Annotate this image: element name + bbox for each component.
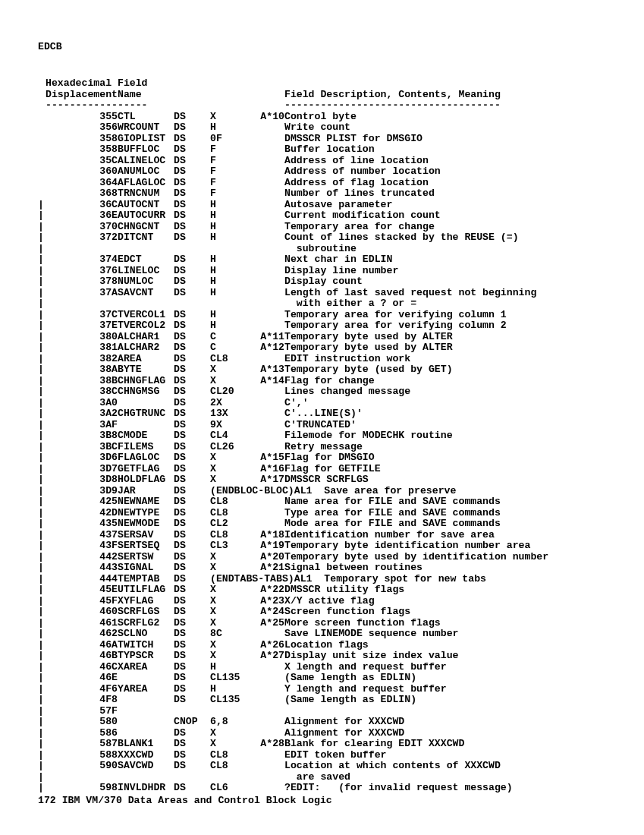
change-bar <box>38 166 46 178</box>
table-row: |374EDCTDSHNext char in EDLIN <box>38 254 548 266</box>
displacement: 36C <box>46 200 118 211</box>
table-row: |380ALCHAR1DSCA*11Temporary byte used by… <box>38 332 548 343</box>
field-name: SCRFLG2 <box>118 618 174 629</box>
note-ref <box>251 222 284 233</box>
field-name: JAR <box>118 486 174 497</box>
opcode: DS <box>174 320 210 332</box>
table-row: |4F8DSCL135(Same length as EDLIN) <box>38 695 548 706</box>
displacement: 382 <box>46 354 118 365</box>
table-row: 355CTLDSXA*10Control byte <box>38 112 548 123</box>
note-ref: A*27 <box>251 651 284 662</box>
description: Location flags <box>284 640 548 651</box>
type: F <box>210 188 251 200</box>
type: CL8 <box>210 354 251 365</box>
note-ref <box>251 496 284 508</box>
field-name: BLANK1 <box>118 739 174 750</box>
field-name: HOLDFLAG <box>118 474 174 486</box>
description: Lines changed message <box>284 386 548 398</box>
change-bar: | <box>38 232 46 244</box>
change-bar <box>38 156 46 167</box>
sep-disp: ------------ <box>46 100 118 112</box>
type: H <box>210 254 251 266</box>
description: Write count <box>284 122 548 134</box>
note-ref <box>251 442 284 453</box>
field-name: CHGTRUNC <box>118 408 174 420</box>
change-bar <box>38 144 46 156</box>
displacement: 3AF <box>46 420 118 431</box>
table-row: |43FSERTSEQDSCL3A*19Temporary byte ident… <box>38 540 548 552</box>
change-bar <box>38 178 46 189</box>
type: CL6 <box>210 783 251 794</box>
displacement: 435 <box>46 518 118 530</box>
table-row: |45EUTILFLAGDSXA*22DMSSCR utility flags <box>38 584 548 596</box>
opcode: DS <box>174 486 210 497</box>
displacement: 3BC <box>46 442 118 453</box>
opcode: DS <box>174 342 210 354</box>
opcode: DS <box>174 386 210 398</box>
field-name <box>118 298 174 310</box>
note-ref: A*17 <box>251 474 284 486</box>
type: CL135 <box>210 695 251 706</box>
table-row: |37CTVERCOL1DSHTemporary area for verify… <box>38 310 548 321</box>
description: Temporary byte used by ALTER <box>284 332 548 343</box>
note-ref: A*23 <box>251 596 284 607</box>
change-bar: | <box>38 210 46 222</box>
change-bar: | <box>38 508 46 519</box>
table-row: |38CCHNGMSGDSCL20Lines changed message <box>38 386 548 398</box>
field-name <box>118 398 174 409</box>
displacement: 580 <box>46 717 118 728</box>
field-name: TWITCH <box>118 640 174 651</box>
table-row: |444TEMPTABDS(ENDTABS-TABS)AL1 Temporary… <box>38 574 548 585</box>
displacement: 444 <box>46 574 118 585</box>
change-bar: | <box>38 684 46 695</box>
displacement: 372 <box>46 232 118 244</box>
field-name: DITCNT <box>118 232 174 244</box>
field-name: AREA <box>118 354 174 365</box>
description: C',' <box>284 398 548 409</box>
type: X <box>210 376 251 387</box>
field-name <box>118 420 174 431</box>
type <box>210 772 251 783</box>
table-row: |37ASAVCNTDSHLength of last saved reques… <box>38 288 548 299</box>
type: H <box>210 662 251 673</box>
change-bar: | <box>38 420 46 431</box>
field-name: AUTOCURR <box>118 210 174 222</box>
displacement: 462 <box>46 629 118 640</box>
table-row: |370CHNGCNTDSHTemporary area for change <box>38 222 548 233</box>
note-ref <box>251 210 284 222</box>
note-ref <box>251 662 284 673</box>
description: Temporary area for change <box>284 222 548 233</box>
displacement: 57F <box>46 706 118 717</box>
description: EDIT instruction work <box>284 354 548 365</box>
displacement: 3D7 <box>46 464 118 475</box>
type: X <box>210 474 251 486</box>
displacement: 381 <box>46 342 118 354</box>
field-name: LINELOC <box>118 266 174 277</box>
field-name: SAVCNT <box>118 288 174 299</box>
type: X <box>210 651 251 662</box>
field-name: GETFLAG <box>118 464 174 475</box>
type: CL4 <box>210 430 251 442</box>
note-ref <box>251 508 284 519</box>
note-ref: A*14 <box>251 376 284 387</box>
description: ?EDIT: (for invalid request message) <box>284 783 548 794</box>
opcode: DS <box>174 266 210 277</box>
change-bar: | <box>38 530 46 541</box>
displacement: 3A2 <box>46 408 118 420</box>
note-ref: A*19 <box>251 540 284 552</box>
type: X <box>210 364 251 376</box>
field-name: SCLNO <box>118 629 174 640</box>
type: X <box>210 596 251 607</box>
change-bar: | <box>38 706 46 717</box>
field-name <box>118 728 174 739</box>
displacement: 590 <box>46 761 118 772</box>
change-bar: | <box>38 354 46 365</box>
displacement: 425 <box>46 496 118 508</box>
change-bar: | <box>38 398 46 409</box>
field-name: SERTSW <box>118 552 174 563</box>
type: CL8 <box>210 508 251 519</box>
displacement: 358 <box>46 134 118 145</box>
type: CL135 <box>210 673 251 684</box>
displacement: 380 <box>46 332 118 343</box>
hdr-disp1: Hexadecimal <box>46 78 118 90</box>
